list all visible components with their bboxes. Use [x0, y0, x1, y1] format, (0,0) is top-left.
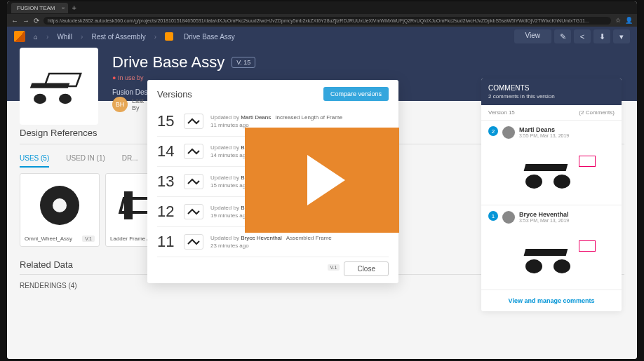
svg-point-11 — [525, 259, 542, 273]
reload-icon[interactable]: ⟳ — [34, 17, 39, 25]
forward-icon[interactable]: → — [22, 17, 29, 25]
main-thumbnail — [20, 48, 98, 125]
comment-item[interactable]: 2Marti Deans3:55 PM, Mar 13, 2019 — [481, 121, 622, 205]
comments-title: COMMENTS — [488, 84, 615, 92]
page-title: Drive Base Assy — [112, 53, 224, 71]
reference-card[interactable]: Omni_Wheel_AssyV.1 — [20, 173, 100, 247]
back-icon[interactable]: ← — [11, 17, 18, 25]
close-icon[interactable]: × — [62, 5, 65, 11]
avatar: BH — [112, 97, 128, 112]
fusion-logo-icon[interactable] — [14, 31, 25, 42]
comment-thumbnail — [506, 228, 597, 284]
url-input[interactable]: https://autodesk2802.autodesk360.com/g/p… — [43, 17, 611, 25]
home-icon[interactable]: ⌂ — [34, 33, 38, 41]
svg-rect-7 — [124, 191, 133, 219]
breadcrumb-whill[interactable]: Whill — [57, 33, 72, 41]
avatar — [502, 126, 515, 139]
download-icon[interactable]: ⬇ — [593, 29, 610, 43]
version-thumb — [184, 204, 203, 219]
url-bar: ← → ⟳ https://autodesk2802.autodesk360.c… — [7, 14, 637, 27]
user-icon[interactable]: 👤 — [625, 17, 633, 24]
view-all-comments-link[interactable]: View and manage comments — [481, 290, 622, 311]
version-badge[interactable]: V. 15 — [232, 57, 255, 68]
svg-point-0 — [34, 94, 46, 104]
version-thumb — [184, 144, 203, 159]
compare-versions-button[interactable]: Compare versions — [323, 87, 389, 101]
svg-rect-10 — [524, 164, 568, 171]
svg-rect-13 — [524, 249, 568, 256]
view-button[interactable]: View — [514, 29, 552, 43]
assembly-icon — [165, 32, 173, 41]
version-thumb — [184, 234, 203, 250]
app-header: ⌂ › Whill › Rest of Assembly › Drive Bas… — [7, 27, 637, 46]
avatar — [502, 211, 515, 224]
tab-drawings[interactable]: DR... — [122, 150, 138, 168]
in-use-label: In use by — [118, 74, 144, 81]
versions-title: Versions — [157, 89, 192, 100]
comment-thumbnail — [506, 143, 597, 199]
edit-icon[interactable]: ✎ — [554, 29, 571, 43]
breadcrumb-current: Drive Base Assy — [184, 33, 235, 41]
play-icon — [307, 155, 345, 205]
version-thumb — [184, 114, 203, 129]
star-icon[interactable]: ☆ — [615, 17, 621, 24]
svg-point-9 — [554, 175, 570, 189]
tab-used-in[interactable]: USED IN (1) — [66, 150, 105, 168]
svg-point-8 — [525, 175, 542, 189]
new-tab-button[interactable]: + — [72, 4, 76, 12]
browser-tab-bar: FUSION TEAM × + — [7, 1, 637, 14]
comments-panel: COMMENTS 2 comments in this version Vers… — [481, 79, 622, 311]
tab-title: FUSION TEAM — [17, 5, 55, 11]
share-icon[interactable]: < — [574, 29, 591, 43]
browser-tab[interactable]: FUSION TEAM × — [11, 3, 68, 13]
version-thumb — [184, 174, 203, 189]
comments-subtitle: 2 comments in this version — [488, 93, 615, 100]
tab-uses[interactable]: USES (5) — [20, 150, 49, 168]
breadcrumb-rest[interactable]: Rest of Assembly — [91, 33, 145, 41]
svg-point-5 — [53, 198, 67, 212]
comment-item[interactable]: 1Bryce Heventhal3:53 PM, Mar 13, 2019 — [481, 205, 622, 290]
svg-point-1 — [59, 94, 72, 104]
more-icon[interactable]: ▾ — [613, 29, 630, 43]
play-button[interactable] — [245, 128, 399, 233]
svg-point-12 — [554, 259, 570, 273]
close-button[interactable]: Close — [344, 261, 389, 276]
